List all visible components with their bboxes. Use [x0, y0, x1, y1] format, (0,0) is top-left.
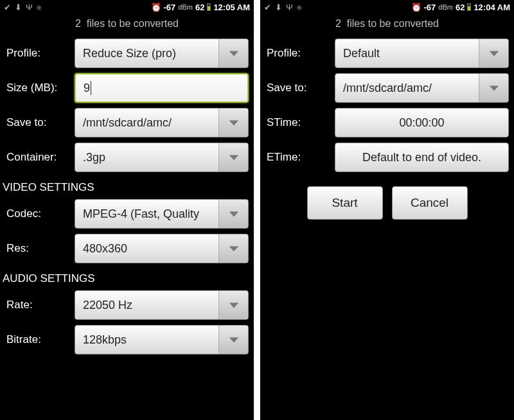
files-subheader: 2 files to be converted [260, 14, 514, 36]
codec-dropdown[interactable]: MPEG-4 (Fast, Quality [75, 199, 249, 229]
status-bar: ✔ ⬇ Ψ ⍟ ⏰ -67 dBm 62 12:05 AM [0, 0, 254, 14]
saveto-dropdown[interactable]: /mnt/sdcard/amc/ [75, 108, 249, 137]
saveto-label: Save to: [5, 116, 75, 129]
size-input[interactable]: 9 [75, 73, 249, 103]
file-count: 2 [75, 18, 81, 29]
stime-label: STime: [265, 116, 335, 129]
etime-value: Default to end of video. [362, 151, 481, 164]
battery-icon [467, 3, 471, 11]
svg-marker-8 [489, 85, 498, 91]
phone-right: ✔ ⬇ Ψ ⍟ ⏰ -67 dBm 62 12:04 AM 2 files to… [260, 0, 514, 420]
svg-marker-3 [229, 211, 238, 216]
profile-dropdown[interactable]: Reduce Size (pro) [75, 39, 249, 68]
usb-icon: Ψ [26, 3, 33, 12]
phone-left: ✔ ⬇ Ψ ⍟ ⏰ -67 dBm 62 12:05 AM 2 files to… [0, 0, 254, 420]
rate-value: 22050 Hz [83, 299, 132, 312]
clock: 12:04 AM [474, 3, 510, 12]
android-icon: ⍟ [37, 3, 42, 12]
res-label: Res: [5, 242, 75, 255]
status-bar: ✔ ⬇ Ψ ⍟ ⏰ -67 dBm 62 12:04 AM [260, 0, 514, 14]
chevron-down-icon [218, 200, 248, 228]
audio-section-header: AUDIO SETTINGS [0, 266, 254, 288]
chevron-down-icon [218, 143, 248, 171]
svg-marker-5 [229, 302, 238, 308]
file-msg: files to be converted [347, 18, 439, 29]
download-icon: ⬇ [15, 3, 22, 12]
rate-dropdown[interactable]: 22050 Hz [75, 290, 249, 320]
signal-strength: -67 [424, 3, 436, 12]
svg-marker-4 [229, 246, 238, 251]
battery-icon [207, 3, 211, 11]
battery-pct: 62 [195, 3, 204, 12]
svg-marker-6 [229, 337, 238, 342]
usb-icon: Ψ [286, 3, 293, 12]
bitrate-value: 128kbps [83, 333, 127, 347]
bitrate-dropdown[interactable]: 128kbps [75, 325, 249, 354]
chevron-down-icon [218, 39, 248, 67]
saveto-dropdown[interactable]: /mnt/sdcard/amc/ [335, 73, 509, 103]
saveto-value: /mnt/sdcard/amc/ [83, 116, 172, 130]
start-label: Start [332, 196, 357, 210]
cancel-button[interactable]: Cancel [392, 186, 468, 220]
profile-dropdown[interactable]: Default [335, 39, 509, 68]
res-dropdown[interactable]: 480x360 [75, 234, 249, 263]
signal-unit: dBm [178, 3, 193, 11]
file-msg: files to be converted [87, 18, 179, 29]
svg-marker-0 [229, 51, 238, 56]
saveto-value: /mnt/sdcard/amc/ [343, 82, 432, 95]
alarm-icon: ⏰ [411, 3, 421, 12]
signal-strength: -67 [164, 3, 176, 12]
size-value: 9 [84, 82, 90, 95]
chevron-down-icon [479, 74, 508, 102]
android-icon: ⍟ [297, 3, 302, 12]
video-section-header: VIDEO SETTINGS [0, 175, 254, 197]
codec-value: MPEG-4 (Fast, Quality [83, 207, 199, 221]
clock: 12:05 AM [213, 3, 250, 12]
container-label: Container: [5, 151, 75, 164]
chevron-down-icon [218, 291, 248, 319]
profile-label: Profile: [5, 47, 75, 60]
stime-button[interactable]: 00:00:00 [335, 108, 509, 137]
svg-marker-2 [229, 155, 238, 160]
files-subheader: 2 files to be converted [0, 14, 254, 36]
download-icon: ⬇ [275, 3, 282, 12]
etime-button[interactable]: Default to end of video. [335, 143, 509, 172]
file-count: 2 [335, 18, 341, 29]
chevron-down-icon [479, 39, 508, 67]
profile-label: Profile: [265, 47, 335, 60]
container-value: .3gp [83, 151, 105, 164]
start-button[interactable]: Start [307, 186, 383, 220]
etime-label: ETime: [265, 151, 335, 164]
profile-value: Reduce Size (pro) [83, 47, 176, 60]
alarm-icon: ⏰ [151, 3, 161, 12]
svg-marker-1 [229, 120, 238, 125]
saveto-label: Save to: [265, 82, 335, 94]
stime-value: 00:00:00 [399, 116, 444, 130]
rate-label: Rate: [5, 299, 75, 311]
container-dropdown[interactable]: .3gp [75, 143, 249, 172]
chevron-down-icon [218, 109, 248, 137]
size-label: Size (MB): [5, 82, 75, 94]
check-icon: ✔ [4, 3, 11, 12]
res-value: 480x360 [83, 242, 127, 256]
text-cursor [91, 81, 91, 95]
profile-value: Default [343, 47, 380, 60]
codec-label: Codec: [5, 207, 75, 220]
svg-marker-7 [489, 51, 498, 56]
battery-pct: 62 [456, 3, 465, 12]
chevron-down-icon [218, 326, 248, 354]
bitrate-label: Bitrate: [5, 333, 75, 346]
cancel-label: Cancel [411, 196, 448, 210]
signal-unit: dBm [438, 3, 453, 11]
chevron-down-icon [218, 234, 248, 263]
check-icon: ✔ [264, 3, 271, 12]
